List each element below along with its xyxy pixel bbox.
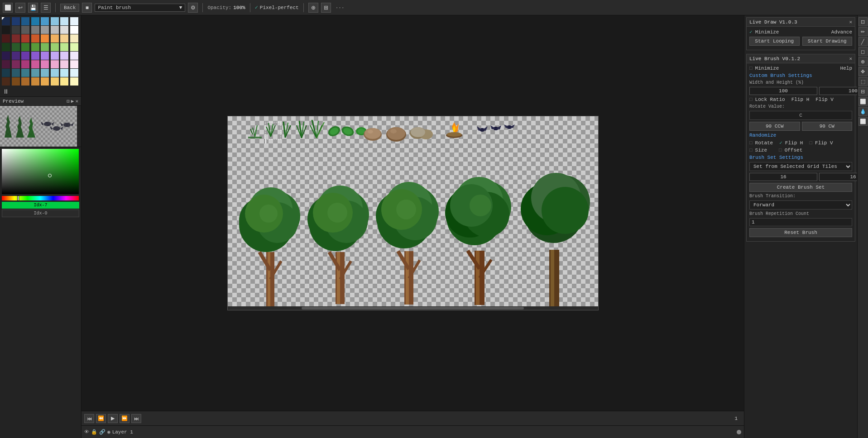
tool-eraser-button[interactable]: ◻ (858, 47, 868, 56)
open-file-button[interactable]: ↩ (15, 3, 25, 13)
color-swatch-63[interactable] (70, 77, 78, 86)
color-idx-bar-7[interactable]: Idx-7 (2, 202, 79, 209)
start-drawing-button[interactable]: Start Drawing (802, 37, 853, 46)
tool-brush2-button[interactable]: ⬜ (858, 117, 868, 126)
new-file-button[interactable]: ⬜ (3, 3, 13, 13)
timeline-play-button[interactable]: ▶ (108, 414, 118, 423)
height-input[interactable] (819, 87, 857, 95)
color-swatch-0[interactable] (2, 17, 10, 25)
color-swatch-19[interactable] (31, 34, 39, 43)
color-swatch-39[interactable] (70, 52, 78, 60)
layer-lock-icon[interactable]: 🔒 (91, 429, 97, 435)
color-swatch-59[interactable] (31, 77, 39, 86)
save-file-button[interactable]: 💾 (28, 3, 38, 13)
create-brush-set-button[interactable]: Create Brush Set (749, 183, 852, 192)
color-swatch-8[interactable] (2, 26, 10, 34)
brush-repetition-input[interactable] (749, 218, 852, 226)
color-swatch-35[interactable] (31, 52, 39, 60)
color-swatch-11[interactable] (31, 26, 39, 34)
color-swatch-49[interactable] (12, 69, 20, 77)
color-swatch-61[interactable] (51, 77, 59, 86)
color-swatch-22[interactable] (60, 34, 68, 43)
color-swatch-57[interactable] (12, 77, 20, 86)
color-swatch-10[interactable] (21, 26, 29, 34)
rotate-value-bar[interactable]: C (749, 111, 852, 120)
color-swatch-51[interactable] (31, 69, 39, 77)
tool-move-button[interactable]: ✥ (858, 67, 868, 76)
menu-button[interactable]: ☰ (41, 3, 51, 13)
grid-width-input[interactable] (749, 173, 817, 181)
color-idx-bar-0[interactable]: Idx-0 (2, 209, 79, 217)
rotate-cw-button[interactable]: 90 CW (802, 122, 853, 131)
brush-minimize-checkbox[interactable]: □ (749, 66, 753, 71)
tool-line-button[interactable]: ╱ (858, 37, 868, 46)
tool-zoom-button[interactable]: ⊕ (858, 57, 868, 66)
grid-button[interactable]: ⊞ (321, 3, 331, 13)
timeline-first-button[interactable]: ⏮ (84, 414, 94, 423)
set-from-selected-dropdown[interactable]: Set from Selected Grid Tiles (749, 162, 852, 171)
color-dot[interactable] (48, 174, 52, 177)
color-swatch-13[interactable] (51, 26, 59, 34)
color-swatch-58[interactable] (21, 77, 29, 86)
back-button[interactable]: Back (60, 4, 79, 12)
grid-height-input[interactable] (819, 173, 857, 181)
color-swatch-52[interactable] (41, 69, 49, 77)
color-swatch-12[interactable] (41, 26, 49, 34)
color-swatch-37[interactable] (51, 52, 59, 60)
color-swatch-32[interactable] (2, 52, 10, 60)
color-swatch-48[interactable] (2, 69, 10, 77)
start-looping-button[interactable]: Start Looping (749, 37, 800, 46)
color-swatch-41[interactable] (12, 60, 20, 68)
layer-visibility-icon[interactable]: 👁 (84, 429, 89, 435)
tool-select-button[interactable]: ⬚ (858, 77, 868, 86)
rand-size-checkbox[interactable]: □ (749, 148, 753, 153)
color-swatch-14[interactable] (60, 26, 68, 34)
brush-dropdown-icon[interactable]: ▼ (179, 5, 182, 10)
hue-bar[interactable] (2, 196, 79, 200)
preview-close-icon[interactable]: ✕ (75, 98, 78, 104)
color-swatch-54[interactable] (60, 69, 68, 77)
pixel-perfect-checkbox[interactable]: ✓ (255, 4, 258, 11)
timeline-last-button[interactable]: ⏭ (131, 414, 141, 423)
color-swatch-36[interactable] (41, 52, 49, 60)
rand-flip-v-checkbox[interactable]: □ (809, 140, 812, 146)
color-swatch-7[interactable] (70, 17, 78, 25)
color-swatch-31[interactable] (70, 43, 78, 51)
width-input[interactable] (749, 87, 817, 95)
color-swatch-9[interactable] (12, 26, 20, 34)
color-swatch-24[interactable] (2, 43, 10, 51)
color-swatch-21[interactable] (51, 34, 59, 43)
color-swatch-2[interactable] (21, 17, 29, 25)
color-swatch-18[interactable] (21, 34, 29, 43)
color-swatch-6[interactable] (60, 17, 68, 25)
color-swatch-55[interactable] (70, 69, 78, 77)
color-swatch-50[interactable] (21, 69, 29, 77)
color-swatch-17[interactable] (12, 34, 20, 43)
color-swatch-62[interactable] (60, 77, 68, 86)
color-swatch-60[interactable] (41, 77, 49, 86)
lock-ratio-checkbox[interactable]: □ (749, 97, 753, 102)
tool-paint-button[interactable]: ⬜ (858, 97, 868, 106)
reset-brush-button[interactable]: Reset Brush (749, 228, 852, 237)
rand-rotate-checkbox[interactable]: □ (749, 140, 753, 146)
color-swatch-4[interactable] (41, 17, 49, 25)
color-swatch-47[interactable] (70, 60, 78, 68)
tool-expand-button[interactable]: ⊡ (858, 17, 868, 26)
timeline-prev-button[interactable]: ⏪ (96, 414, 106, 423)
canvas-scrollbar[interactable] (228, 306, 598, 310)
flip-v-label[interactable]: Flip V (815, 97, 834, 102)
color-swatch-46[interactable] (60, 60, 68, 68)
layer-link-icon[interactable]: 🔗 (99, 429, 106, 435)
color-gradient[interactable] (2, 149, 79, 194)
live-draw-advance-label[interactable]: Advance (831, 29, 852, 35)
color-swatch-1[interactable] (12, 17, 20, 25)
rand-flip-h-checkbox[interactable]: ✓ (779, 140, 782, 146)
color-swatch-28[interactable] (41, 43, 49, 51)
live-draw-minimize-checkbox[interactable]: ✓ (749, 29, 753, 35)
color-swatch-25[interactable] (12, 43, 20, 51)
preview-next-icon[interactable]: ▶ (71, 98, 74, 104)
timeline-next-button[interactable]: ⏩ (120, 414, 129, 423)
color-swatch-23[interactable] (70, 34, 78, 43)
color-swatch-45[interactable] (51, 60, 59, 68)
tool-eyedrop-button[interactable]: 💧 (858, 107, 868, 116)
